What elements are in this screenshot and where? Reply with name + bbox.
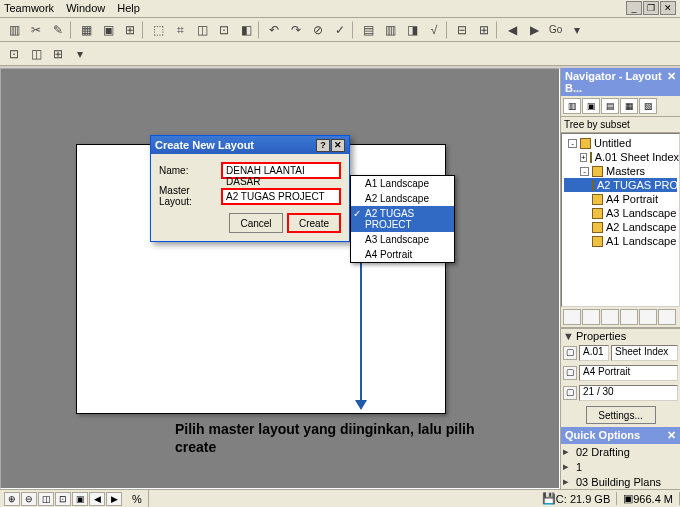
tool-icon[interactable]: ◫: [26, 44, 46, 64]
tool-icon[interactable]: ⊡: [4, 44, 24, 64]
minimize-button[interactable]: _: [626, 1, 642, 15]
tool-icon[interactable]: ⬚: [148, 20, 168, 40]
name-label: Name:: [159, 165, 221, 176]
overview-icon[interactable]: ▥: [4, 20, 24, 40]
tool-icon[interactable]: ⌗: [170, 20, 190, 40]
tab-other[interactable]: ▧: [639, 98, 657, 114]
zoom-tool-icon[interactable]: ◀: [89, 492, 105, 506]
zoom-tool-icon[interactable]: ▶: [106, 492, 122, 506]
tool-icon[interactable]: ⊡: [214, 20, 234, 40]
settings-button[interactable]: Settings...: [586, 406, 656, 424]
properties-header[interactable]: ▼Properties: [561, 329, 680, 343]
tree-leaf[interactable]: A2 TUGAS PROJ: [564, 178, 677, 192]
master-display[interactable]: A4 Portrait: [579, 365, 678, 381]
separator: [70, 21, 74, 39]
name-input[interactable]: DENAH LAANTAI DASAR: [221, 162, 341, 179]
tool-icon[interactable]: ↷: [286, 20, 306, 40]
zoom-tool-icon[interactable]: ⊡: [55, 492, 71, 506]
tree-header[interactable]: Tree by subset: [561, 117, 680, 133]
tool-icon[interactable]: ▤: [358, 20, 378, 40]
quickopt-item[interactable]: ▸1: [561, 459, 680, 474]
zoom-tool-icon[interactable]: ⊖: [21, 492, 37, 506]
fwd-icon[interactable]: ▶: [524, 20, 544, 40]
tree-node-masters[interactable]: -Masters: [564, 164, 677, 178]
menu-teamwork[interactable]: Teamwork: [4, 2, 54, 15]
tree-leaf[interactable]: A2 Landscape: [564, 220, 677, 234]
tree-leaf[interactable]: A1 Landscape: [564, 234, 677, 248]
dropdown-option[interactable]: A1 Landscape: [351, 176, 454, 191]
go-dropdown[interactable]: ▾: [567, 20, 587, 40]
tool-icon[interactable]: ▥: [380, 20, 400, 40]
separator: [496, 21, 500, 39]
zoom-percent[interactable]: %: [126, 490, 149, 507]
tool-icon[interactable]: ⊟: [452, 20, 472, 40]
navigator-title: Navigator - Layout B... ✕: [561, 68, 680, 96]
tool-icon[interactable]: ▦: [76, 20, 96, 40]
tree-tool-icon[interactable]: [601, 309, 619, 325]
panel-close-icon[interactable]: ✕: [667, 70, 676, 94]
tab-project[interactable]: ▥: [563, 98, 581, 114]
tool-icon[interactable]: ◫: [192, 20, 212, 40]
zoom-tool-icon[interactable]: ◫: [38, 492, 54, 506]
menu-bar: Teamwork Window Help _ ❐ ✕: [0, 0, 680, 18]
tool-icon[interactable]: ✓: [330, 20, 350, 40]
tree-tool-icon[interactable]: [563, 309, 581, 325]
master-layout-select[interactable]: A2 TUGAS PROJECT: [221, 188, 341, 205]
menu-help[interactable]: Help: [117, 2, 140, 15]
name-input[interactable]: Sheet Index: [611, 345, 678, 361]
zoom-tool-icon[interactable]: ▣: [72, 492, 88, 506]
quickopt-item[interactable]: ▸02 Drafting: [561, 444, 680, 459]
zoom-tool-icon[interactable]: ⊕: [4, 492, 20, 506]
tool-icon[interactable]: ⊞: [474, 20, 494, 40]
close-button[interactable]: ✕: [660, 1, 676, 15]
dialog-close-icon[interactable]: ✕: [331, 139, 345, 152]
id-input[interactable]: A.01: [579, 345, 609, 361]
tool-icon[interactable]: ⊞: [48, 44, 68, 64]
tool-icon[interactable]: ◨: [402, 20, 422, 40]
back-icon[interactable]: ◀: [502, 20, 522, 40]
tree-tool-icon[interactable]: [582, 309, 600, 325]
separator: [446, 21, 450, 39]
tab-layout[interactable]: ▤: [601, 98, 619, 114]
tab-view[interactable]: ▣: [582, 98, 600, 114]
tree-leaf[interactable]: A3 Landscape: [564, 206, 677, 220]
sheet-icon: [590, 152, 592, 163]
tool-icon[interactable]: ▾: [70, 44, 90, 64]
restore-button[interactable]: ❐: [643, 1, 659, 15]
tree-leaf[interactable]: A4 Portrait: [564, 192, 677, 206]
id-icon: ▢: [563, 346, 577, 360]
scissors-icon[interactable]: ✂: [26, 20, 46, 40]
tool-icon[interactable]: ⊘: [308, 20, 328, 40]
cancel-button[interactable]: Cancel: [229, 213, 283, 233]
dialog-help-icon[interactable]: ?: [316, 139, 330, 152]
dropdown-option[interactable]: A3 Landscape: [351, 232, 454, 247]
tree-tool-icon[interactable]: [658, 309, 676, 325]
quickopt-item[interactable]: ▸03 Building Plans: [561, 474, 680, 489]
master-icon: [592, 180, 594, 191]
wand-icon[interactable]: ✎: [48, 20, 68, 40]
tab-publisher[interactable]: ▦: [620, 98, 638, 114]
panel-close-icon[interactable]: ✕: [667, 429, 676, 442]
menu-window[interactable]: Window: [66, 2, 105, 15]
right-panel: Navigator - Layout B... ✕ ▥ ▣ ▤ ▦ ▧ Tree…: [560, 68, 680, 489]
dropdown-option[interactable]: A2 Landscape: [351, 191, 454, 206]
tool-icon[interactable]: √: [424, 20, 444, 40]
dropdown-option[interactable]: A4 Portrait: [351, 247, 454, 262]
tool-icon[interactable]: ⊞: [120, 20, 140, 40]
create-layout-dialog: Create New Layout ? ✕ Name: DENAH LAANTA…: [150, 135, 350, 242]
tool-icon[interactable]: ▣: [98, 20, 118, 40]
tree-tool-icon[interactable]: [639, 309, 657, 325]
tool-icon[interactable]: ◧: [236, 20, 256, 40]
tool-icon[interactable]: ↶: [264, 20, 284, 40]
pages-display: 21 / 30: [579, 385, 678, 401]
create-button[interactable]: Create: [287, 213, 341, 233]
tree-node[interactable]: +A.01 Sheet Index: [564, 150, 677, 164]
tree-root[interactable]: -Untitled: [564, 136, 677, 150]
tree-tool-icon[interactable]: [620, 309, 638, 325]
master-icon: [592, 236, 603, 247]
master-icon: [592, 222, 603, 233]
annotation-arrowhead: [355, 400, 367, 410]
master-icon: ▢: [563, 366, 577, 380]
toolbar-1: ▥ ✂ ✎ ▦ ▣ ⊞ ⬚ ⌗ ◫ ⊡ ◧ ↶ ↷ ⊘ ✓ ▤ ▥ ◨ √ ⊟ …: [0, 18, 680, 42]
dropdown-option-selected[interactable]: A2 TUGAS PROJECT: [351, 206, 454, 232]
